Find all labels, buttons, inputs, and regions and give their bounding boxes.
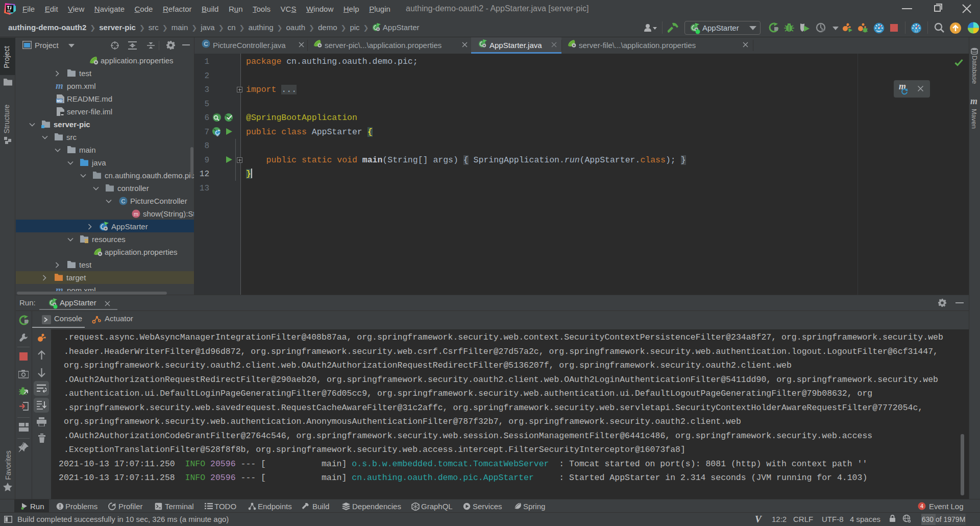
svg-text:4: 4 <box>920 503 923 509</box>
svg-text:12: 12 <box>914 29 918 33</box>
svg-text:MD: MD <box>57 99 62 103</box>
svg-text:C: C <box>121 198 126 204</box>
svg-text:m: m <box>134 211 138 217</box>
svg-text:C: C <box>204 41 208 47</box>
